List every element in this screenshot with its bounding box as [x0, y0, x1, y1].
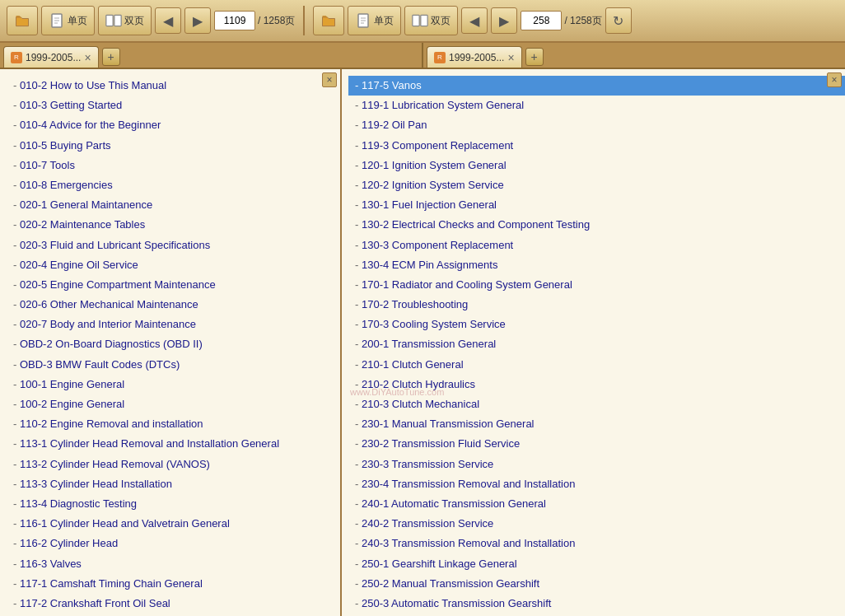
toc-list-right[interactable]: 117-5 Vanos119-1 Lubrication System Gene… [342, 69, 845, 616]
toc-item-left[interactable]: 010-4 Advice for the Beginner [7, 115, 340, 135]
toc-item-right[interactable]: 230-2 Transmission Fluid Service [348, 434, 845, 454]
page-total-right: / 1258页 [564, 14, 601, 28]
page-number-left[interactable] [214, 11, 255, 30]
panel-close-right[interactable]: × [827, 72, 842, 87]
toc-item-left[interactable]: 113-1 Cylinder Head Removal and Installa… [7, 434, 340, 454]
left-panel: × 010-2 How to Use This Manual010-3 Gett… [0, 69, 342, 616]
toc-item-left[interactable]: 010-7 Tools [7, 156, 340, 175]
toolbar-left-section: 单页 双页 ◀ ▶ / 1258页 [7, 6, 295, 35]
tab-label-right-1: 1999-2005... [449, 52, 504, 63]
toc-item-left[interactable]: 010-5 Buying Parts [7, 136, 340, 156]
page-number-right[interactable] [521, 11, 562, 30]
toc-item-left[interactable]: 020-5 Engine Compartment Maintenance [7, 275, 340, 295]
tab-add-right[interactable]: + [525, 48, 544, 66]
single-page-label-right: 单页 [374, 14, 394, 28]
toolbar: 单页 双页 ◀ ▶ / 1258页 [0, 0, 845, 43]
toc-item-left[interactable]: 020-2 Maintenance Tables [7, 215, 340, 235]
toc-item-right[interactable]: 210-2 Clutch Hydraulics [348, 375, 845, 394]
forward-btn-left[interactable]: ▶ [184, 7, 211, 34]
tab-close-left-1[interactable]: × [84, 52, 91, 63]
toc-item-left[interactable]: 020-1 General Maintanence [7, 195, 340, 215]
toc-item-left[interactable]: 117-2 Crankshaft Front Oil Seal [7, 594, 340, 614]
toc-item-right[interactable]: 170-1 Radiator and Cooling System Genera… [348, 275, 845, 295]
toc-item-right[interactable]: 230-4 Transmission Removal and Installat… [348, 474, 845, 494]
forward-btn-right[interactable]: ▶ [491, 7, 517, 34]
toc-item-right[interactable]: 130-1 Fuel Injection General [348, 195, 845, 215]
toc-item-left[interactable]: 020-6 Other Mechanical Maintenance [7, 295, 340, 315]
toc-item-right[interactable]: 130-4 ECM Pin Assignments [348, 255, 845, 275]
tab-bar: R 1999-2005... × + R 1999-2005... × + [0, 43, 845, 69]
tab-add-left[interactable]: + [102, 48, 120, 66]
tab-icon-left: R [11, 52, 22, 63]
svg-rect-10 [413, 15, 419, 26]
open-folder-btn-left[interactable] [7, 6, 38, 35]
toc-item-left[interactable]: 010-8 Emergencies [7, 175, 340, 195]
tab-close-right-1[interactable]: × [507, 52, 514, 63]
panel-close-left[interactable]: × [322, 72, 337, 87]
page-input-right: / 1258页 [521, 11, 601, 30]
toc-item-left[interactable]: 117-1 Camshaft Timing Chain General [7, 574, 340, 594]
toc-item-right[interactable]: 250-2 Manual Transmission Gearshift [348, 574, 845, 594]
toc-item-left[interactable]: 116-2 Cylinder Head [7, 534, 340, 553]
toc-item-right[interactable]: 250-1 Gearshift Linkage General [348, 554, 845, 574]
toc-item-left[interactable]: 100-2 Engine General [7, 394, 340, 414]
single-page-btn-left[interactable]: 单页 [41, 6, 95, 35]
svg-rect-4 [106, 15, 113, 26]
back-btn-left[interactable]: ◀ [155, 7, 181, 34]
toc-item-right[interactable]: 130-2 Electrical Checks and Component Te… [348, 215, 845, 235]
open-folder-btn-right[interactable] [313, 6, 344, 35]
toc-item-right[interactable]: 200-1 Transmission General [348, 334, 845, 354]
toc-item-right[interactable]: 117-5 Vanos [348, 76, 845, 96]
toc-item-right[interactable]: 170-2 Troubleshooting [348, 295, 845, 315]
toc-item-left[interactable]: 110-2 Engine Removal and installation [7, 414, 340, 434]
toc-item-left[interactable]: 113-4 Diagnostic Testing [7, 494, 340, 514]
toc-item-left[interactable]: 113-3 Cylinder Head Installation [7, 474, 340, 494]
toc-item-right[interactable]: 119-1 Lubrication System General [348, 96, 845, 115]
double-page-label-left: 双页 [124, 14, 144, 28]
toc-item-right[interactable]: 210-1 Clutch General [348, 355, 845, 375]
toc-item-left[interactable]: 010-3 Getting Started [7, 96, 340, 115]
svg-rect-11 [421, 15, 427, 26]
toc-item-right[interactable]: 130-3 Component Replacement [348, 236, 845, 255]
toc-item-right[interactable]: 119-3 Component Replacement [348, 136, 845, 156]
toc-list-left[interactable]: 010-2 How to Use This Manual010-3 Gettin… [0, 69, 340, 616]
toc-item-right[interactable]: 170-3 Cooling System Service [348, 315, 845, 334]
toc-item-right[interactable]: 120-1 Ignition System General [348, 156, 845, 175]
double-page-btn-left[interactable]: 双页 [98, 6, 152, 35]
toc-item-right[interactable]: 240-3 Transmission Removal and Installat… [348, 534, 845, 553]
double-page-label-right: 双页 [431, 14, 451, 28]
toc-item-left[interactable]: 100-1 Engine General [7, 375, 340, 394]
toc-item-left[interactable]: OBD-3 BMW Fault Codes (DTCs) [7, 355, 340, 375]
toolbar-divider [303, 6, 305, 35]
toc-item-left[interactable]: OBD-2 On-Board Diagnostics (OBD II) [7, 334, 340, 354]
toc-item-right[interactable]: 230-3 Transmission Service [348, 455, 845, 474]
toc-item-right[interactable]: 240-1 Automatic Transmission General [348, 494, 845, 514]
double-page-btn-right[interactable]: 双页 [404, 6, 458, 35]
single-page-label-left: 单页 [68, 14, 87, 28]
tab-right-1[interactable]: R 1999-2005... × [427, 46, 522, 68]
toc-item-right[interactable]: 120-2 Ignition System Service [348, 175, 845, 195]
single-page-btn-right[interactable]: 单页 [348, 6, 401, 35]
tab-left-1[interactable]: R 1999-2005... × [3, 46, 99, 68]
toc-item-right[interactable]: 119-2 Oil Pan [348, 115, 845, 135]
toc-item-left[interactable]: 020-7 Body and Interior Maintenance [7, 315, 340, 334]
page-total-left: / 1258页 [258, 14, 295, 28]
tab-section-left: R 1999-2005... × + [0, 43, 423, 68]
toc-item-left[interactable]: 116-3 Valves [7, 554, 340, 574]
toc-item-left[interactable]: 020-3 Fluid and Lubricant Specifications [7, 236, 340, 255]
toc-item-left[interactable]: 010-2 How to Use This Manual [7, 76, 340, 96]
tab-icon-right: R [434, 52, 446, 63]
back-btn-right[interactable]: ◀ [461, 7, 488, 34]
tab-label-left-1: 1999-2005... [26, 52, 81, 63]
toc-item-right[interactable]: 240-2 Transmission Service [348, 514, 845, 534]
toc-item-left[interactable]: 116-1 Cylinder Head and Valvetrain Gener… [7, 514, 340, 534]
refresh-btn-right[interactable]: ↻ [605, 7, 632, 34]
toc-item-right[interactable]: 210-3 Clutch Mechanical [348, 394, 845, 414]
content-area: × 010-2 How to Use This Manual010-3 Gett… [0, 69, 845, 616]
toc-item-left[interactable]: 020-4 Engine Oil Service [7, 255, 340, 275]
tab-section-right: R 1999-2005... × + [423, 43, 845, 68]
toolbar-right-section: 单页 双页 ◀ ▶ / 1258页 ↻ [313, 6, 631, 35]
toc-item-right[interactable]: 230-1 Manual Transmission General [348, 414, 845, 434]
toc-item-left[interactable]: 113-2 Cylinder Head Removal (VANOS) [7, 455, 340, 474]
toc-item-right[interactable]: 250-3 Automatic Transmission Gearshift [348, 594, 845, 614]
